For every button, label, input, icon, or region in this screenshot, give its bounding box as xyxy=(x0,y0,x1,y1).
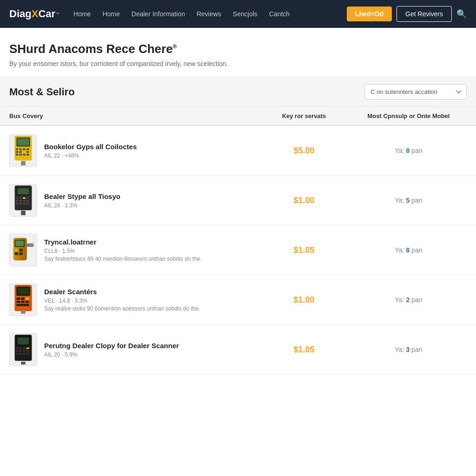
svg-rect-24 xyxy=(19,200,22,202)
product-image xyxy=(9,234,37,266)
compat-label: Ya: xyxy=(395,197,406,204)
svg-rect-52 xyxy=(16,304,29,306)
product-name: Bookelor Gyps all Coiloctes xyxy=(44,143,137,151)
nav-link-services[interactable]: Sencjols xyxy=(233,10,258,18)
svg-rect-58 xyxy=(19,347,22,349)
compat-unit: pan xyxy=(410,147,422,154)
svg-rect-5 xyxy=(23,148,26,150)
svg-rect-4 xyxy=(19,148,22,150)
svg-rect-67 xyxy=(23,353,26,355)
get-revivers-button[interactable]: Get Revivers xyxy=(397,6,452,22)
product-desc: Say festrertstucs 89 40 mention 6bsseors… xyxy=(44,256,202,262)
product-meta: AIL 20 · 5.9% xyxy=(44,351,179,358)
svg-rect-63 xyxy=(23,350,26,352)
svg-rect-11 xyxy=(15,154,18,156)
product-cell: Tryncal.loatrner CLL8 · 1.5% Say festrer… xyxy=(9,234,258,266)
svg-rect-62 xyxy=(19,350,22,352)
svg-rect-26 xyxy=(26,200,29,202)
product-image xyxy=(9,184,37,217)
table-row[interactable]: Bookelor Gyps all Coiloctes AIL 22 · +46… xyxy=(0,126,476,176)
svg-rect-48 xyxy=(25,298,29,300)
svg-rect-2 xyxy=(17,139,29,146)
compat-label: Ya: xyxy=(395,296,406,304)
svg-rect-38 xyxy=(14,252,18,255)
svg-rect-15 xyxy=(21,161,26,165)
compat-unit: pan xyxy=(410,346,422,353)
svg-rect-29 xyxy=(23,203,26,205)
hero-trademark: ® xyxy=(173,43,177,50)
price-cell: $1.05 xyxy=(258,245,350,255)
logo-x: X xyxy=(32,8,39,20)
svg-rect-47 xyxy=(21,298,25,300)
svg-rect-21 xyxy=(23,197,26,199)
table-row[interactable]: Dealer Scantérs VEL · 14.8 · 3.3% Say re… xyxy=(0,275,476,325)
svg-rect-51 xyxy=(25,301,29,303)
compat-unit: pan xyxy=(410,296,422,304)
svg-rect-61 xyxy=(15,350,18,352)
product-name: Bealer Stype all Tiosyo xyxy=(44,192,120,200)
price-cell: $1.00 xyxy=(258,295,350,305)
table-header-row: Bux Covery Key ror servats Most Cpnsulp … xyxy=(0,107,476,126)
svg-rect-6 xyxy=(26,148,29,150)
logo-diag: Diag xyxy=(9,8,32,20)
compat-label: Ya: xyxy=(395,346,406,353)
svg-rect-39 xyxy=(19,252,23,255)
svg-rect-12 xyxy=(19,154,22,156)
svg-rect-36 xyxy=(14,249,18,251)
table-row[interactable]: Tryncal.loatrner CLL8 · 1.5% Say festrer… xyxy=(0,225,476,275)
col-header-product: Bux Covery xyxy=(9,112,258,119)
svg-rect-37 xyxy=(19,249,23,251)
table-row[interactable]: Bealer Stype all Tiosyo AIL 24 · 1.3% $1… xyxy=(0,176,476,225)
compat-label: Ya: xyxy=(395,246,406,254)
svg-rect-19 xyxy=(15,197,18,199)
filter-dropdown[interactable]: C on sutennters accation xyxy=(364,84,467,99)
svg-rect-35 xyxy=(15,241,23,246)
svg-rect-64 xyxy=(26,350,29,352)
col-header-price: Key ror servats xyxy=(258,112,350,119)
nav-link-home2[interactable]: Home xyxy=(102,10,119,18)
product-image xyxy=(9,134,37,167)
col-header-compat: Most Cpnsulp or Onte Mobel xyxy=(350,112,467,119)
product-info: Dealer Scantérs VEL · 14.8 · 3.3% Say re… xyxy=(44,288,200,312)
svg-rect-3 xyxy=(15,148,18,150)
nav-link-dealer-info[interactable]: Dealer Information xyxy=(132,10,185,18)
svg-rect-45 xyxy=(17,288,29,295)
svg-rect-56 xyxy=(17,337,29,345)
svg-rect-31 xyxy=(21,211,26,215)
product-image xyxy=(9,333,37,366)
svg-rect-60 xyxy=(26,347,29,349)
svg-rect-59 xyxy=(23,347,26,349)
svg-rect-7 xyxy=(15,151,18,153)
product-desc: Say reallre·stoks 90 6omention aoesoors … xyxy=(44,305,200,312)
svg-rect-9 xyxy=(23,151,26,153)
product-cell: Bealer Stype all Tiosyo AIL 24 · 1.3% xyxy=(9,184,258,217)
product-name: Tryncal.loatrner xyxy=(44,238,202,246)
product-cell: Bookelor Gyps all Coiloctes AIL 22 · +46… xyxy=(9,134,258,167)
compat-unit: pan xyxy=(410,246,422,254)
product-cell: Perutng Dealer Clopy for Dealer Scanner … xyxy=(9,333,258,366)
navbar: DiagXCar™ HomeHomeDealer InformationRevi… xyxy=(0,0,476,28)
svg-rect-69 xyxy=(21,362,26,364)
product-meta: AIL 22 · +46% xyxy=(44,152,137,159)
nav-link-home1[interactable]: Home xyxy=(73,10,91,18)
hero-subtitle: By your ensomer istors, bur corriotent o… xyxy=(9,60,467,67)
compat-cell: Ya: 2 pan xyxy=(350,296,467,304)
nav-link-contact[interactable]: Cantch xyxy=(269,10,290,18)
search-icon[interactable]: 🔍 xyxy=(456,9,467,19)
product-name: Perutng Dealer Clopy for Dealer Scanner xyxy=(44,342,179,350)
logo-tm: ™ xyxy=(55,12,60,16)
compat-cell: Ya: 3 pan xyxy=(350,346,467,353)
products-list: Bookelor Gyps all Coiloctes AIL 22 · +46… xyxy=(0,126,476,375)
compat-unit: pan xyxy=(410,197,422,204)
product-cell: Dealer Scantérs VEL · 14.8 · 3.3% Say re… xyxy=(9,284,258,316)
hero-section: SHurd Anacoms Rece Chere® By your ensome… xyxy=(0,28,476,77)
nav-link-reviews[interactable]: Reviews xyxy=(197,10,221,18)
cta-yellow-button[interactable]: Lhed<Od xyxy=(347,7,392,21)
svg-rect-30 xyxy=(26,203,29,205)
brand-logo[interactable]: DiagXCar™ xyxy=(9,8,60,20)
svg-rect-50 xyxy=(21,301,25,303)
product-info: Perutng Dealer Clopy for Dealer Scanner … xyxy=(44,342,179,358)
price-cell: $5.00 xyxy=(258,146,350,156)
table-row[interactable]: Perutng Dealer Clopy for Dealer Scanner … xyxy=(0,325,476,375)
product-meta: AIL 24 · 1.3% xyxy=(44,202,120,209)
